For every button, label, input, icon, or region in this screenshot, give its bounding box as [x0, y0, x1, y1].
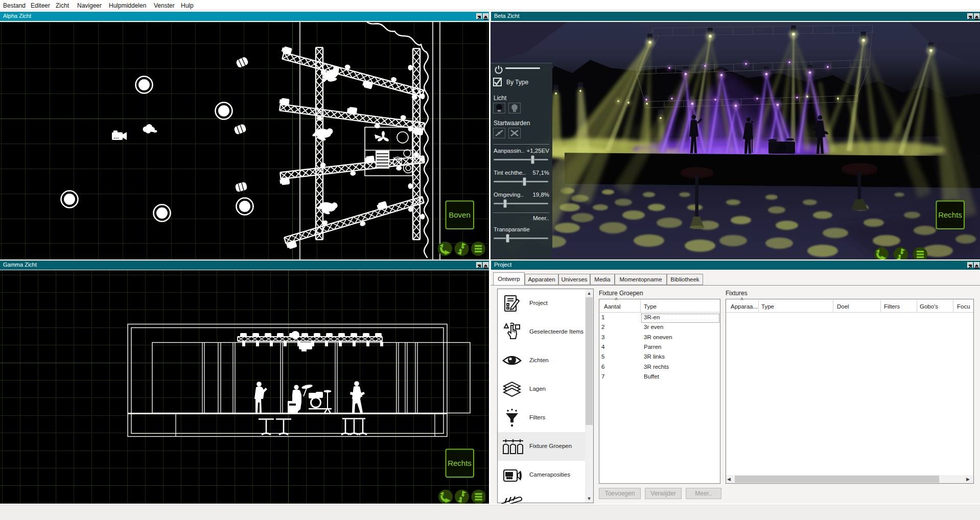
svg-text:Rechts: Rechts: [938, 210, 962, 219]
svg-text:Boven: Boven: [449, 210, 471, 219]
svg-text:Rechts: Rechts: [448, 459, 472, 467]
